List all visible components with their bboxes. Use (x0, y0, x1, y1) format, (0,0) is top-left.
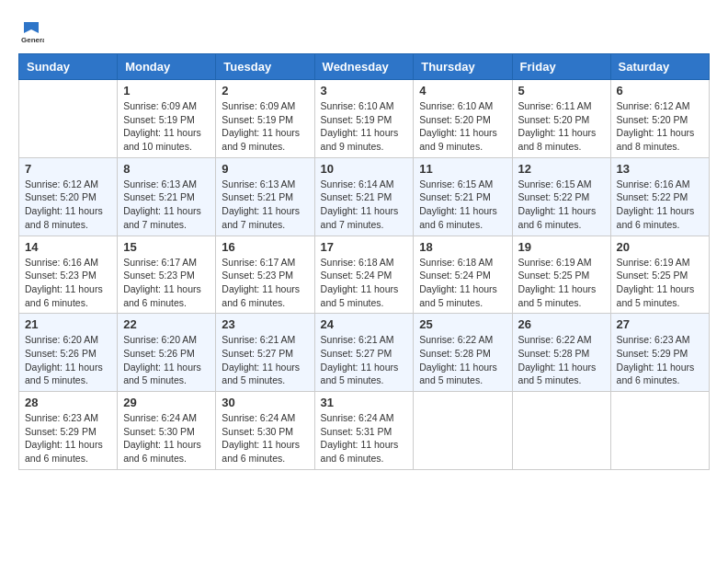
calendar-cell: 14Sunrise: 6:16 AM Sunset: 5:23 PM Dayli… (19, 236, 118, 314)
calendar-cell: 17Sunrise: 6:18 AM Sunset: 5:24 PM Dayli… (314, 236, 414, 314)
day-info: Sunrise: 6:24 AM Sunset: 5:31 PM Dayligh… (321, 411, 408, 465)
day-number: 14 (25, 240, 111, 254)
calendar-cell: 12Sunrise: 6:15 AM Sunset: 5:22 PM Dayli… (512, 157, 610, 236)
day-number: 20 (617, 240, 703, 254)
calendar-cell: 31Sunrise: 6:24 AM Sunset: 5:31 PM Dayli… (314, 392, 414, 470)
calendar-cell: 3Sunrise: 6:10 AM Sunset: 5:19 PM Daylig… (314, 80, 414, 158)
day-info: Sunrise: 6:13 AM Sunset: 5:21 PM Dayligh… (222, 178, 308, 232)
day-number: 13 (617, 162, 703, 176)
day-info: Sunrise: 6:15 AM Sunset: 5:22 PM Dayligh… (518, 178, 605, 232)
day-info: Sunrise: 6:15 AM Sunset: 5:21 PM Dayligh… (419, 178, 506, 232)
day-number: 3 (321, 84, 408, 98)
header-sunday: Sunday (19, 54, 118, 80)
calendar-cell: 6Sunrise: 6:12 AM Sunset: 5:20 PM Daylig… (610, 80, 709, 158)
day-number: 11 (419, 162, 506, 176)
day-info: Sunrise: 6:18 AM Sunset: 5:24 PM Dayligh… (321, 256, 408, 310)
calendar-week-row: 7Sunrise: 6:12 AM Sunset: 5:20 PM Daylig… (19, 157, 710, 236)
calendar-cell: 1Sunrise: 6:09 AM Sunset: 5:19 PM Daylig… (118, 80, 216, 158)
day-number: 8 (123, 162, 210, 176)
header-saturday: Saturday (610, 54, 709, 80)
header-wednesday: Wednesday (314, 54, 414, 80)
day-number: 24 (321, 317, 408, 331)
calendar-cell: 26Sunrise: 6:22 AM Sunset: 5:28 PM Dayli… (512, 314, 610, 392)
calendar-cell (610, 392, 709, 470)
calendar-cell: 9Sunrise: 6:13 AM Sunset: 5:21 PM Daylig… (216, 157, 314, 236)
calendar-cell: 29Sunrise: 6:24 AM Sunset: 5:30 PM Dayli… (118, 392, 216, 470)
calendar-cell: 21Sunrise: 6:20 AM Sunset: 5:26 PM Dayli… (19, 314, 118, 392)
calendar-cell: 2Sunrise: 6:09 AM Sunset: 5:19 PM Daylig… (216, 80, 314, 158)
day-info: Sunrise: 6:22 AM Sunset: 5:28 PM Dayligh… (419, 333, 506, 387)
day-number: 21 (25, 317, 111, 331)
day-number: 27 (617, 317, 703, 331)
calendar-cell: 23Sunrise: 6:21 AM Sunset: 5:27 PM Dayli… (216, 314, 314, 392)
calendar-cell: 30Sunrise: 6:24 AM Sunset: 5:30 PM Dayli… (216, 392, 314, 470)
day-info: Sunrise: 6:19 AM Sunset: 5:25 PM Dayligh… (518, 256, 605, 310)
day-info: Sunrise: 6:22 AM Sunset: 5:28 PM Dayligh… (518, 333, 605, 387)
day-info: Sunrise: 6:24 AM Sunset: 5:30 PM Dayligh… (123, 411, 210, 465)
calendar-cell: 16Sunrise: 6:17 AM Sunset: 5:23 PM Dayli… (216, 236, 314, 314)
header: General (18, 18, 710, 44)
day-number: 1 (123, 84, 210, 98)
logo-icon: General (18, 18, 44, 44)
day-info: Sunrise: 6:09 AM Sunset: 5:19 PM Dayligh… (123, 99, 210, 154)
day-number: 19 (518, 240, 605, 254)
day-number: 17 (321, 240, 408, 254)
calendar-cell: 11Sunrise: 6:15 AM Sunset: 5:21 PM Dayli… (414, 157, 512, 236)
calendar-cell: 28Sunrise: 6:23 AM Sunset: 5:29 PM Dayli… (19, 392, 118, 470)
day-info: Sunrise: 6:12 AM Sunset: 5:20 PM Dayligh… (25, 178, 111, 232)
calendar-cell: 8Sunrise: 6:13 AM Sunset: 5:21 PM Daylig… (118, 157, 216, 236)
day-number: 28 (25, 396, 111, 409)
day-number: 26 (518, 317, 605, 331)
calendar-cell: 4Sunrise: 6:10 AM Sunset: 5:20 PM Daylig… (414, 80, 512, 158)
day-info: Sunrise: 6:16 AM Sunset: 5:23 PM Dayligh… (25, 256, 111, 310)
day-number: 23 (222, 317, 308, 331)
calendar-cell: 24Sunrise: 6:21 AM Sunset: 5:27 PM Dayli… (314, 314, 414, 392)
day-info: Sunrise: 6:12 AM Sunset: 5:20 PM Dayligh… (617, 99, 703, 154)
day-info: Sunrise: 6:17 AM Sunset: 5:23 PM Dayligh… (123, 256, 210, 310)
day-info: Sunrise: 6:16 AM Sunset: 5:22 PM Dayligh… (617, 178, 703, 232)
day-number: 22 (123, 317, 210, 331)
calendar-week-row: 21Sunrise: 6:20 AM Sunset: 5:26 PM Dayli… (19, 314, 710, 392)
day-info: Sunrise: 6:10 AM Sunset: 5:19 PM Dayligh… (321, 99, 408, 154)
calendar-week-row: 14Sunrise: 6:16 AM Sunset: 5:23 PM Dayli… (19, 236, 710, 314)
day-info: Sunrise: 6:20 AM Sunset: 5:26 PM Dayligh… (123, 333, 210, 387)
day-number: 12 (518, 162, 605, 176)
calendar-cell: 7Sunrise: 6:12 AM Sunset: 5:20 PM Daylig… (19, 157, 118, 236)
calendar-cell: 10Sunrise: 6:14 AM Sunset: 5:21 PM Dayli… (314, 157, 414, 236)
header-tuesday: Tuesday (216, 54, 314, 80)
calendar-cell: 15Sunrise: 6:17 AM Sunset: 5:23 PM Dayli… (118, 236, 216, 314)
day-number: 9 (222, 162, 308, 176)
calendar-cell: 25Sunrise: 6:22 AM Sunset: 5:28 PM Dayli… (414, 314, 512, 392)
header-monday: Monday (118, 54, 216, 80)
day-number: 25 (419, 317, 506, 331)
day-number: 4 (419, 84, 506, 98)
day-info: Sunrise: 6:11 AM Sunset: 5:20 PM Dayligh… (518, 99, 605, 154)
day-info: Sunrise: 6:21 AM Sunset: 5:27 PM Dayligh… (222, 333, 308, 387)
calendar-cell: 20Sunrise: 6:19 AM Sunset: 5:25 PM Dayli… (610, 236, 709, 314)
day-number: 7 (25, 162, 111, 176)
day-number: 10 (321, 162, 408, 176)
header-thursday: Thursday (414, 54, 512, 80)
day-info: Sunrise: 6:23 AM Sunset: 5:29 PM Dayligh… (617, 333, 703, 387)
day-number: 29 (123, 396, 210, 409)
day-info: Sunrise: 6:21 AM Sunset: 5:27 PM Dayligh… (321, 333, 408, 387)
day-number: 6 (617, 84, 703, 98)
logo: General (18, 18, 48, 44)
day-info: Sunrise: 6:23 AM Sunset: 5:29 PM Dayligh… (25, 411, 111, 465)
day-number: 31 (321, 396, 408, 409)
day-number: 30 (222, 396, 308, 409)
day-number: 15 (123, 240, 210, 254)
calendar-cell (414, 392, 512, 470)
day-info: Sunrise: 6:18 AM Sunset: 5:24 PM Dayligh… (419, 256, 506, 310)
svg-text:General: General (21, 36, 44, 44)
calendar-cell: 13Sunrise: 6:16 AM Sunset: 5:22 PM Dayli… (610, 157, 709, 236)
day-info: Sunrise: 6:14 AM Sunset: 5:21 PM Dayligh… (321, 178, 408, 232)
day-number: 2 (222, 84, 308, 98)
calendar-header-row: SundayMondayTuesdayWednesdayThursdayFrid… (19, 54, 710, 80)
header-friday: Friday (512, 54, 610, 80)
calendar-cell: 5Sunrise: 6:11 AM Sunset: 5:20 PM Daylig… (512, 80, 610, 158)
calendar: SundayMondayTuesdayWednesdayThursdayFrid… (18, 53, 710, 470)
day-number: 18 (419, 240, 506, 254)
calendar-cell (19, 80, 118, 158)
day-number: 16 (222, 240, 308, 254)
